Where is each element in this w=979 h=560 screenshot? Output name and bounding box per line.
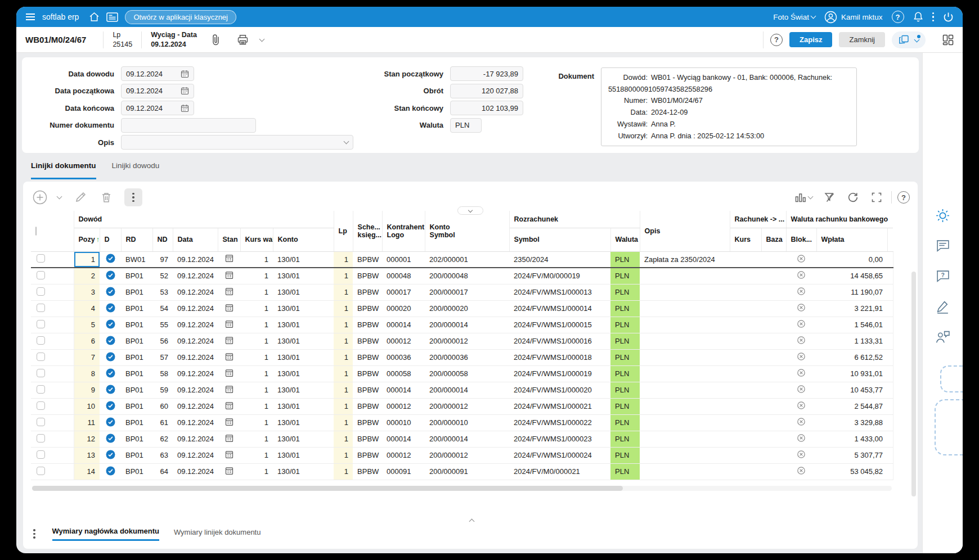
help-icon[interactable]: ?	[770, 34, 783, 46]
row-select-cell[interactable]	[31, 447, 50, 463]
cell-pozy[interactable]: 14	[74, 463, 100, 480]
cell-baza[interactable]	[761, 414, 786, 431]
cell-opis[interactable]	[640, 398, 730, 414]
cell-waluta[interactable]: PLN	[610, 431, 640, 447]
approved-check-icon[interactable]	[100, 447, 121, 463]
bell-icon[interactable]	[913, 11, 923, 22]
approved-check-icon[interactable]	[100, 317, 121, 333]
col-header-symbol[interactable]: Symbol	[509, 228, 610, 251]
cell-wplata[interactable]: 1 133,31	[816, 333, 887, 349]
grid-help-icon[interactable]: ?	[897, 191, 910, 204]
cell-rd[interactable]: BP01	[121, 284, 152, 300]
cell-kontrahent[interactable]: 000012	[382, 447, 425, 463]
delete-icon[interactable]	[97, 188, 115, 206]
cell-sche[interactable]: BPBW	[353, 333, 382, 349]
block-icon[interactable]	[786, 463, 816, 480]
cell-opis[interactable]	[640, 284, 730, 300]
row-select-cell[interactable]	[31, 398, 50, 414]
cell-data[interactable]: 09.12.2024	[173, 349, 218, 365]
cell-nd[interactable]: 54	[152, 300, 173, 317]
numer-dokumentu-input[interactable]	[121, 118, 256, 133]
cell-lp[interactable]: 1	[334, 251, 353, 268]
col-header-schemat[interactable]: Sche...księg...	[353, 211, 382, 251]
cell-rd[interactable]: BP01	[121, 398, 152, 414]
tab-wymiary-linijek[interactable]: Wymiary linijek dokumentu	[174, 528, 261, 540]
horizontal-scrollbar[interactable]	[32, 486, 892, 491]
cell-opis[interactable]	[640, 268, 730, 284]
cell-konto[interactable]: 130/01	[273, 284, 334, 300]
cell-baza[interactable]	[761, 382, 786, 398]
cell-sche[interactable]: BPBW	[353, 382, 382, 398]
col-header-pozy[interactable]: Pozy↑	[74, 228, 100, 251]
cell-konto[interactable]: 130/01	[273, 317, 334, 333]
select-all-checkbox[interactable]	[31, 211, 50, 251]
cell-kontrahent[interactable]: 000014	[382, 431, 425, 447]
stan-poczatkowy-value[interactable]: -17 923,89	[450, 66, 523, 81]
cell-konto_symbol[interactable]: 200/000012	[425, 398, 509, 414]
cell-baza[interactable]	[761, 317, 786, 333]
cell-rd[interactable]: BP01	[121, 300, 152, 317]
cell-kurs_wal[interactable]: 1	[240, 333, 273, 349]
cell-lp[interactable]: 1	[334, 365, 353, 382]
document-icon[interactable]	[218, 398, 240, 414]
cell-kontrahent[interactable]: 000012	[382, 398, 425, 414]
cell-symbol[interactable]: 2024/FV/WMS1/000015	[509, 317, 610, 333]
cell-rd[interactable]: BP01	[121, 463, 152, 480]
cell-kurs[interactable]	[730, 317, 761, 333]
cell-konto_symbol[interactable]: 200/000014	[425, 431, 509, 447]
cell-opis[interactable]	[640, 300, 730, 317]
approved-check-icon[interactable]	[100, 251, 121, 268]
block-icon[interactable]	[786, 268, 816, 284]
cell-konto_symbol[interactable]: 200/000091	[425, 463, 509, 480]
table-row[interactable]: 11BP016109.12.20241130/011BPBW000010200/…	[31, 414, 893, 431]
row-select-cell[interactable]	[31, 365, 50, 382]
approved-check-icon[interactable]	[100, 382, 121, 398]
row-checkbox[interactable]	[37, 401, 45, 410]
cell-opis[interactable]	[640, 333, 730, 349]
cell-pozy[interactable]: 4	[74, 300, 100, 317]
document-icon[interactable]	[218, 431, 240, 447]
cell-nd[interactable]: 53	[152, 284, 173, 300]
cell-konto_symbol[interactable]: 200/000012	[425, 447, 509, 463]
table-row[interactable]: 14BP016409.12.20241130/011BPBW000091200/…	[31, 463, 893, 480]
cell-rd[interactable]: BP01	[121, 382, 152, 398]
document-icon[interactable]	[218, 447, 240, 463]
tab-linijki-dowodu[interactable]: Linijki dowodu	[112, 161, 160, 179]
cell-waluta[interactable]: PLN	[610, 414, 640, 431]
cell-opis[interactable]	[640, 349, 730, 365]
cell-sche[interactable]: BPBW	[353, 268, 382, 284]
document-icon[interactable]	[218, 365, 240, 382]
cell-symbol[interactable]: 2350/2024	[509, 251, 610, 268]
cell-symbol[interactable]: 2024/FV/WMS1/000022	[509, 414, 610, 431]
cell-opis[interactable]	[640, 463, 730, 480]
cell-kurs[interactable]	[730, 284, 761, 300]
cell-nd[interactable]: 64	[152, 463, 173, 480]
approved-check-icon[interactable]	[100, 268, 121, 284]
docked-widget-placeholder[interactable]	[940, 365, 963, 392]
cell-baza[interactable]	[761, 398, 786, 414]
more-vertical-icon[interactable]	[124, 188, 142, 206]
table-row[interactable]: 6BP015609.12.20241130/011BPBW000012200/0…	[31, 333, 893, 349]
cell-data[interactable]: 09.12.2024	[173, 268, 218, 284]
cell-baza[interactable]	[761, 251, 786, 268]
table-row[interactable]: 2BP015209.12.20241130/011BPBW000048200/0…	[31, 268, 893, 284]
opis-select[interactable]	[121, 135, 353, 150]
table-row[interactable]: 9BP015909.12.20241130/011BPBW000014200/0…	[31, 382, 893, 398]
cell-konto[interactable]: 130/01	[273, 431, 334, 447]
cell-kurs_wal[interactable]: 1	[240, 382, 273, 398]
cell-kurs[interactable]	[730, 251, 761, 268]
cell-wplata[interactable]: 1 433,00	[816, 431, 887, 447]
cell-waluta[interactable]: PLN	[610, 463, 640, 480]
cell-konto[interactable]: 130/01	[273, 447, 334, 463]
news-icon[interactable]	[106, 12, 118, 22]
assistant-icon[interactable]	[933, 206, 953, 225]
block-icon[interactable]	[786, 317, 816, 333]
cell-nd[interactable]: 63	[152, 447, 173, 463]
stan-koncowy-value[interactable]: 102 103,99	[450, 101, 523, 115]
cell-baza[interactable]	[761, 284, 786, 300]
cell-lp[interactable]: 1	[334, 300, 353, 317]
cell-kontrahent[interactable]: 000048	[382, 268, 425, 284]
cell-kurs[interactable]	[730, 333, 761, 349]
cell-symbol[interactable]: 2024/FV/WMS1/000024	[509, 447, 610, 463]
cell-rd[interactable]: BP01	[121, 317, 152, 333]
